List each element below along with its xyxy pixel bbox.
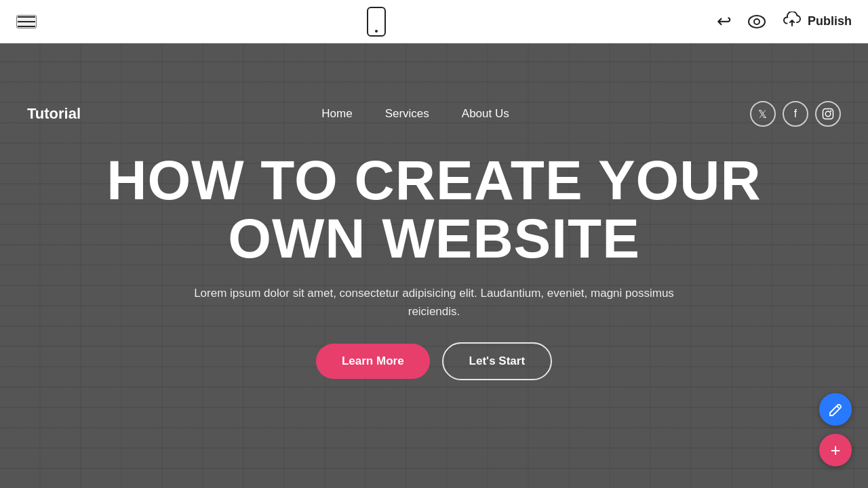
fab-container: + [819, 393, 852, 466]
fab-add-button[interactable]: + [819, 434, 852, 466]
toolbar: ↩ Publish [0, 0, 868, 43]
hero-subtitle: Lorem ipsum dolor sit amet, consectetur … [190, 284, 678, 321]
site-navbar: Tutorial Home Services About Us 𝕏 f [0, 87, 868, 141]
instagram-icon[interactable] [815, 101, 841, 127]
learn-more-button[interactable]: Learn More [316, 344, 430, 379]
nav-about[interactable]: About Us [462, 107, 509, 121]
facebook-icon[interactable]: f [783, 101, 808, 127]
cloud-upload-icon [782, 12, 802, 32]
hero-title: HOW TO CREATE YOUR OWN WEBSITE [81, 151, 787, 268]
site-logo: Tutorial [27, 105, 81, 123]
add-icon: + [830, 441, 840, 459]
svg-point-1 [754, 19, 760, 24]
toolbar-left [16, 15, 37, 28]
svg-rect-2 [823, 109, 833, 119]
svg-point-4 [830, 110, 831, 112]
fab-edit-button[interactable] [819, 393, 852, 426]
nav-services[interactable]: Services [385, 107, 429, 121]
publish-button[interactable]: Publish [782, 12, 852, 32]
twitter-icon[interactable]: 𝕏 [750, 101, 776, 127]
lets-start-button[interactable]: Let's Start [442, 342, 552, 380]
nav-home[interactable]: Home [321, 107, 352, 121]
toolbar-right: ↩ Publish [717, 11, 852, 32]
mobile-preview-icon[interactable] [367, 7, 386, 37]
site-nav: Home Services About Us [321, 107, 509, 121]
hero-section: Tutorial Home Services About Us 𝕏 f HOW … [0, 43, 868, 488]
undo-button[interactable]: ↩ [717, 11, 732, 32]
social-icons: 𝕏 f [750, 101, 841, 127]
hero-buttons: Learn More Let's Start [316, 342, 552, 380]
preview-button[interactable] [748, 15, 766, 28]
svg-point-0 [749, 16, 765, 28]
svg-point-3 [825, 111, 831, 117]
menu-button[interactable] [16, 15, 37, 28]
publish-label: Publish [808, 14, 852, 28]
toolbar-center [367, 7, 386, 37]
hero-content: HOW TO CREATE YOUR OWN WEBSITE Lorem ips… [0, 151, 868, 381]
